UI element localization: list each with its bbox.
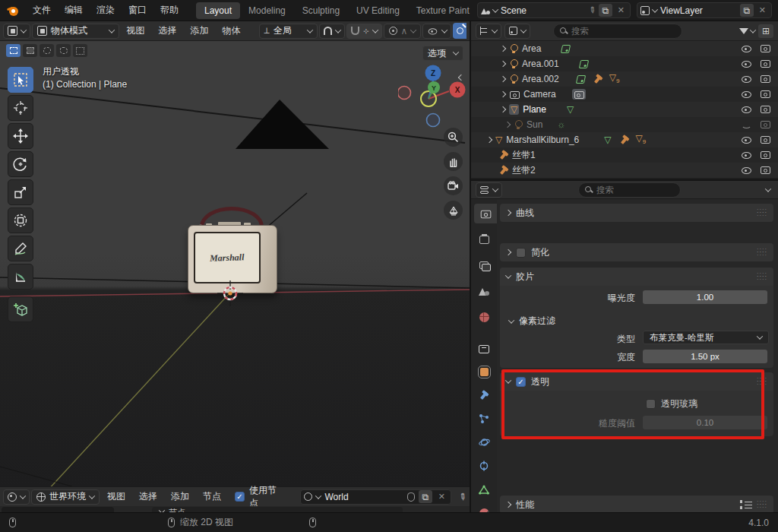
tab-output[interactable] <box>473 230 495 249</box>
shader-type-dropdown[interactable]: 世界环境 <box>31 489 100 505</box>
outliner-filter-button[interactable] <box>739 28 755 34</box>
outliner-search[interactable] <box>553 24 682 39</box>
close-icon[interactable]: ✕ <box>615 5 627 15</box>
menu-window[interactable]: 窗口 <box>122 2 153 19</box>
tab-collection[interactable] <box>473 339 495 359</box>
hide-eye-icon[interactable] <box>741 59 752 68</box>
shader-editor-canvas[interactable]: 节点 <box>0 506 470 512</box>
shader-menu-add[interactable]: 添加 <box>165 488 195 505</box>
tab-scene[interactable] <box>473 281 495 301</box>
tab-data[interactable] <box>473 480 495 499</box>
menu-add[interactable]: 添加 <box>185 22 215 40</box>
render-visibility-icon[interactable] <box>760 150 770 159</box>
preset-menu-icon[interactable] <box>740 500 751 509</box>
tool-transform[interactable] <box>8 207 33 233</box>
panel-transparent-header[interactable]: ✓ 透明 :::::::: <box>500 372 773 391</box>
viewlayer-selector[interactable]: ViewLayer ⧉ ✕ <box>637 2 772 18</box>
outliner-row-area002[interactable]: Area.002 ▽9 <box>471 71 778 87</box>
pan-hand-button[interactable] <box>444 152 463 171</box>
panel-film-header[interactable]: 胶片 :::::::: <box>500 268 773 286</box>
tab-render[interactable] <box>474 204 497 223</box>
hide-eye-icon[interactable] <box>741 135 752 144</box>
tab-modeling[interactable]: Modeling <box>240 2 294 19</box>
tab-layout[interactable]: Layout <box>196 2 240 19</box>
drag-dots[interactable]: :::::::: <box>757 209 767 216</box>
hide-eye-icon[interactable] <box>741 150 752 160</box>
tool-measure[interactable] <box>8 264 33 290</box>
pin-icon[interactable]: ✎ <box>586 5 597 17</box>
drag-dots[interactable]: :::::::: <box>757 378 767 385</box>
world-datablock-selector[interactable]: World ⧉ ✕ <box>300 489 451 505</box>
drag-dots[interactable]: :::::::: <box>757 249 767 255</box>
tool-add-cube[interactable] <box>8 296 33 322</box>
expand-arrow[interactable] <box>500 46 506 52</box>
panel-simplify[interactable]: 简化 :::::::: <box>500 243 773 261</box>
tool-select-box[interactable] <box>8 67 33 93</box>
transparent-glass-checkbox[interactable] <box>646 399 656 409</box>
hide-eye-icon[interactable] <box>741 43 752 53</box>
menu-edit[interactable]: 编辑 <box>58 2 90 19</box>
properties-search[interactable] <box>578 182 681 198</box>
copy-icon[interactable]: ⧉ <box>599 4 612 17</box>
panel-curves[interactable]: 曲线 :::::::: <box>500 204 773 222</box>
copy-icon[interactable]: ⧉ <box>419 490 432 503</box>
select-mode-tweak[interactable] <box>6 44 21 57</box>
options-button[interactable]: 选项 <box>422 46 463 61</box>
snap-target-button[interactable] <box>319 24 345 39</box>
viewport-3d[interactable]: 用户透视 (1) Collection | Plane 选项 <box>0 41 470 486</box>
hide-eye-icon[interactable] <box>741 74 752 84</box>
close-icon[interactable]: ✕ <box>436 492 448 502</box>
fake-user-shield-icon[interactable] <box>407 492 415 502</box>
copy-icon[interactable]: ⧉ <box>740 4 754 17</box>
new-collection-button[interactable]: ⊞ <box>758 24 773 38</box>
shader-menu-node[interactable]: 节点 <box>197 488 227 505</box>
filter-width-slider[interactable]: 1.50 px <box>643 350 767 363</box>
select-mode-box[interactable] <box>23 44 37 57</box>
expand-arrow[interactable] <box>500 61 506 67</box>
shader-editor-type-button[interactable] <box>3 489 30 505</box>
node-panel-header[interactable]: 节点 <box>152 507 403 512</box>
select-mode-lasso[interactable] <box>56 44 71 57</box>
tab-uv-editing[interactable]: UV Editing <box>348 2 408 19</box>
viewlayer-name[interactable]: ViewLayer <box>660 5 737 16</box>
shader-menu-select[interactable]: 选择 <box>133 488 163 505</box>
magnet-snap-toggle[interactable]: ⊹ <box>346 24 382 39</box>
expand-arrow[interactable] <box>500 76 506 82</box>
tab-constraints[interactable] <box>473 456 495 476</box>
use-nodes-checkbox[interactable]: ✓ <box>235 492 245 502</box>
expand-arrow[interactable] <box>500 106 506 112</box>
hide-eye-icon[interactable] <box>741 165 752 175</box>
world-name[interactable]: World <box>324 492 403 502</box>
tab-sculpting[interactable]: Sculpting <box>294 2 348 19</box>
tool-rotate[interactable] <box>8 151 33 177</box>
outliner-row-sun[interactable]: Sun ☼ <box>471 117 778 132</box>
hide-eye-icon[interactable] <box>741 89 752 99</box>
menu-select[interactable]: 选择 <box>153 22 183 40</box>
render-visibility-icon[interactable] <box>760 43 770 52</box>
orientation-dropdown[interactable]: ⟂ 全局 <box>259 24 318 39</box>
tab-physics[interactable] <box>473 432 495 452</box>
render-visibility-icon[interactable] <box>760 74 770 83</box>
camera-view-button[interactable] <box>444 176 463 195</box>
expand-arrow[interactable] <box>486 137 492 143</box>
proportional-edit-toggle[interactable]: ∧ <box>384 24 422 39</box>
tab-object[interactable] <box>473 362 495 382</box>
pin-icon[interactable]: ✎ <box>457 490 470 503</box>
tab-modifiers[interactable]: .tabbtn .i-wrench::after{background:inhe… <box>473 385 495 405</box>
pixel-filter-subheader[interactable]: 像素过滤 <box>500 310 773 329</box>
expand-arrow[interactable] <box>504 122 511 128</box>
menu-view[interactable]: 视图 <box>121 22 151 40</box>
region-collapse-arrow[interactable] <box>459 71 463 82</box>
select-mode-circle[interactable] <box>40 44 54 57</box>
render-visibility-icon[interactable] <box>760 165 770 174</box>
tool-scale[interactable] <box>8 179 33 205</box>
outliner-row-ribbon1[interactable]: 丝带1 <box>471 147 778 163</box>
simplify-checkbox[interactable] <box>516 248 526 258</box>
properties-options-arrow[interactable] <box>765 185 771 192</box>
outliner-row-area001[interactable]: Area.001 <box>471 56 778 71</box>
tool-annotate[interactable] <box>8 236 33 261</box>
outliner-row-ribbon2[interactable]: 丝带2 <box>471 163 778 178</box>
outliner-row-marshall[interactable]: ▽ MarshallKilburn_6 ▽ ▽9 <box>471 132 778 147</box>
hide-eye-icon[interactable] <box>741 104 752 114</box>
properties-search-input[interactable] <box>596 185 674 195</box>
